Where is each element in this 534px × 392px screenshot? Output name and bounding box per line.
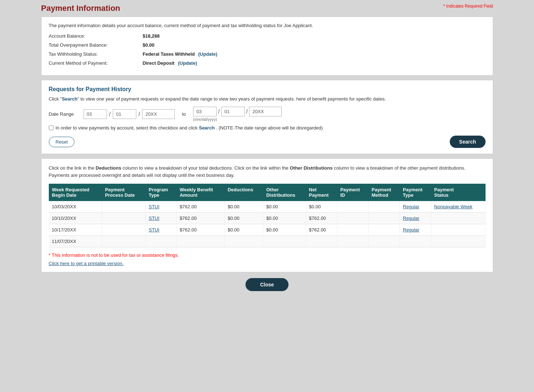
account-balance-value: $18,288	[143, 33, 160, 39]
page-title: Payment Information	[41, 4, 120, 13]
printable-link[interactable]: Click here to get a printable version.	[49, 261, 124, 266]
account-checkbox[interactable]	[49, 125, 54, 130]
account-checkbox-label: In order to view payments by account, se…	[56, 125, 323, 131]
search-button[interactable]: Search	[450, 136, 486, 148]
payment-history-panel: Requests for Payment History Click "Sear…	[41, 80, 493, 154]
date-to-year[interactable]	[249, 107, 282, 116]
date-range-label: Date Range	[49, 111, 81, 117]
col-payment-id: PaymentID	[337, 184, 369, 201]
account-info-panel: The payment information details your acc…	[41, 17, 493, 76]
col-payment-type: PaymentType	[400, 184, 431, 201]
date-to-group: / / (mm/dd/yyyy)	[193, 107, 282, 122]
col-other-dist: OtherDistributions	[263, 184, 306, 201]
table-row: 10/17/20XXSTUI$762.00$0.00$0.00$762.00Re…	[49, 224, 485, 236]
payment-method-value: Direct Deposit (Update)	[143, 60, 197, 66]
payment-method-update-link[interactable]: (Update)	[177, 60, 197, 66]
table-row: 10/10/20XXSTUI$762.00$0.00$0.00$762.00Re…	[49, 213, 485, 224]
account-checkbox-row: In order to view payments by account, se…	[49, 125, 486, 131]
reset-button[interactable]: Reset	[49, 137, 75, 147]
required-text: Indicates Required Field	[445, 4, 493, 9]
footnote: * This information is not to be used for…	[49, 252, 486, 258]
history-section-title: Requests for Payment History	[49, 86, 486, 93]
results-description: Click on the link in the Deductions colu…	[49, 165, 486, 179]
date-to-day[interactable]	[221, 107, 245, 116]
col-payment-status: PaymentStatus	[431, 184, 485, 201]
col-week-begin: Week RequestedBegin Date	[49, 184, 102, 201]
col-process-date: PaymentProcess Date	[102, 184, 146, 201]
results-panel: Click on the link in the Deductions colu…	[41, 158, 493, 272]
col-program-type: ProgramType	[146, 184, 177, 201]
date-to-label: to	[182, 111, 186, 117]
buttons-row: Reset Search	[49, 136, 486, 148]
col-weekly-benefit: Weekly BenefitAmount	[176, 184, 225, 201]
payment-history-table: Week RequestedBegin Date PaymentProcess …	[49, 184, 486, 247]
tax-withholding-value: Federal Taxes Withheld (Update)	[143, 51, 217, 57]
date-to-month[interactable]	[193, 107, 217, 116]
account-balance-label: Account Balance:	[49, 33, 143, 39]
tax-withholding-row: Tax Withholding Status: Federal Taxes Wi…	[49, 51, 486, 57]
close-bar: Close	[41, 278, 493, 291]
overpayment-label: Total Overpayment Balance:	[49, 42, 143, 48]
payment-method-label: Current Method of Payment:	[49, 60, 143, 66]
col-payment-method: PaymentMethod	[368, 184, 400, 201]
close-button[interactable]: Close	[245, 278, 288, 291]
search-description: Click "Search" to view one year of payme…	[49, 96, 486, 102]
overpayment-row: Total Overpayment Balance: $0.00	[49, 42, 486, 48]
date-from-day[interactable]	[113, 109, 136, 119]
date-range-row: Date Range / / to / / (mm/dd/yyyy)	[49, 107, 486, 122]
tax-update-link[interactable]: (Update)	[197, 51, 217, 57]
overpayment-value: $0.00	[143, 42, 155, 48]
date-from-year[interactable]	[142, 109, 175, 119]
col-deductions: Deductions	[225, 184, 263, 201]
date-format-hint: (mm/dd/yyyy)	[193, 117, 282, 122]
tax-withholding-label: Tax Withholding Status:	[49, 51, 143, 57]
date-from-month[interactable]	[84, 109, 107, 119]
table-row: 11/07/20XX	[49, 236, 485, 247]
col-net-payment: NetPayment	[306, 184, 337, 201]
payment-method-row: Current Method of Payment: Direct Deposi…	[49, 60, 486, 66]
page-header: Payment Information * Indicates Required…	[41, 4, 493, 13]
table-header-row: Week RequestedBegin Date PaymentProcess …	[49, 184, 485, 201]
account-description: The payment information details your acc…	[49, 23, 486, 28]
account-balance-row: Account Balance: $18,288	[49, 33, 486, 39]
table-row: 10/03/20XXSTUI$762.00$0.00$0.00$0.00Regu…	[49, 201, 485, 213]
required-field-note: * Indicates Required Field	[443, 4, 493, 9]
